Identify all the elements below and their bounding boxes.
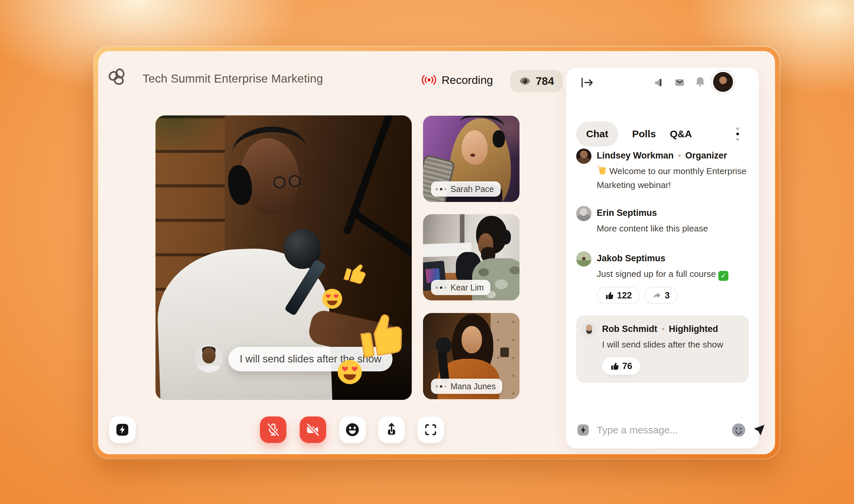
viewer-count: 784	[536, 75, 554, 88]
tile-art	[461, 130, 488, 165]
avatar-photo	[713, 72, 733, 92]
participant-video-kear-lim[interactable]: Kear Lim	[423, 214, 520, 301]
like-count: 122	[617, 290, 632, 301]
quick-actions-button[interactable]	[109, 416, 135, 443]
user-avatar[interactable]	[711, 70, 735, 94]
dot-separator	[678, 155, 680, 157]
participant-name-label: Mana Junes	[431, 379, 502, 394]
viewer-count-badge[interactable]: 784	[510, 70, 563, 92]
tile-art	[461, 326, 482, 354]
chat-message: Rob Schmidt Highlighted I will send slid…	[581, 322, 742, 375]
mic-off-icon	[266, 422, 281, 437]
message-text: Just signed up for a full course✓	[597, 267, 749, 281]
message-author: Rob Schmidt	[602, 324, 657, 334]
tab-qa[interactable]: Q&A	[670, 128, 692, 140]
tile-art	[500, 230, 511, 245]
chat-input-row	[576, 422, 751, 438]
message-input[interactable]	[597, 425, 725, 436]
recording-label: Recording	[441, 74, 493, 87]
avatar	[581, 322, 597, 337]
participant-name-label: Kear Lim	[431, 280, 490, 295]
avatar	[576, 148, 592, 164]
chat-message-list: Lindsey Workman Organizer Welcome to our…	[576, 148, 749, 383]
speaking-dots-icon	[436, 287, 447, 289]
heart-eyes-reaction-emoji	[337, 359, 363, 385]
like-count: 76	[622, 361, 632, 371]
collapse-panel-icon[interactable]	[580, 75, 595, 90]
forward-reaction-pill[interactable]: 3	[644, 287, 678, 304]
share-button[interactable]	[378, 416, 405, 443]
microphone-muted-button[interactable]	[260, 416, 287, 443]
fullscreen-icon	[423, 422, 438, 437]
send-icon[interactable]	[752, 424, 766, 437]
caption-author-avatar	[195, 344, 223, 373]
chat-panel: Chat Polls Q&A Lindsey Workman Organizer	[566, 68, 759, 448]
tab-chat[interactable]: Chat	[576, 121, 618, 147]
message-text: I will send slides after the show	[602, 338, 742, 352]
app-logo-knot-icon	[106, 65, 129, 88]
thumbs-up-icon	[610, 362, 619, 371]
highlighted-message-card: Rob Schmidt Highlighted I will send slid…	[576, 315, 749, 383]
chat-message: Lindsey Workman Organizer Welcome to our…	[576, 148, 749, 192]
participant-name: Sarah Pace	[451, 184, 494, 194]
recording-indicator: Recording	[421, 72, 493, 88]
chat-message: Erin Septimus More content like this ple…	[576, 206, 749, 235]
message-author: Jakob Septimus	[597, 253, 665, 264]
camera-off-icon	[305, 422, 321, 437]
heart-eyes-reaction-emoji	[321, 288, 343, 310]
message-text: Welcome to our monthly Enterprise Market…	[597, 164, 749, 192]
dot-separator	[662, 328, 665, 330]
thumbs-up-icon	[605, 291, 614, 300]
highlighted-badge: Highlighted	[669, 324, 718, 334]
eye-icon	[519, 77, 531, 86]
thumbs-up-reaction-emoji	[340, 258, 369, 287]
glasses	[273, 176, 286, 188]
broadcast-icon	[421, 74, 437, 86]
webinar-window: Tech Summit Enterprise Marketing Recordi…	[94, 47, 779, 458]
participant-name: Kear Lim	[451, 283, 484, 292]
avatar	[576, 206, 592, 221]
camera-off-button[interactable]	[300, 416, 326, 443]
emoji-face-icon	[345, 422, 360, 437]
quick-reply-bolt-icon[interactable]	[576, 423, 590, 437]
participant-video-mana-junes[interactable]: Mana Junes	[423, 313, 520, 399]
chat-tabs: Chat Polls Q&A	[576, 121, 749, 147]
message-author: Erin Septimus	[597, 208, 657, 218]
participant-name: Mana Junes	[451, 382, 496, 391]
reactions-button[interactable]	[339, 416, 366, 443]
mic-arm	[343, 115, 397, 235]
check-emoji-icon: ✓	[719, 271, 728, 281]
app-surface: Tech Summit Enterprise Marketing Recordi…	[98, 51, 775, 454]
participant-video-sarah-pace[interactable]: Sarah Pace	[423, 116, 520, 202]
organizer-badge: Organizer	[685, 150, 727, 161]
thumbs-up-reaction-emoji	[351, 307, 408, 364]
tab-polls[interactable]: Polls	[632, 128, 656, 140]
megaphone-icon[interactable]	[653, 77, 665, 89]
forward-arrow-icon	[652, 291, 661, 300]
like-reaction-pill[interactable]: 76	[602, 357, 640, 375]
message-author: Lindsey Workman	[597, 150, 674, 161]
speaking-dots-icon	[436, 385, 447, 388]
forward-count: 3	[665, 290, 670, 301]
kebab-menu-icon[interactable]	[731, 124, 744, 144]
glasses	[289, 175, 301, 187]
tab-label: Chat	[586, 128, 608, 140]
page-title: Tech Summit Enterprise Marketing	[143, 71, 323, 86]
bell-icon[interactable]	[694, 76, 707, 88]
wave-emoji-icon	[597, 165, 607, 176]
share-tray-icon	[384, 422, 399, 437]
bolt-icon	[115, 422, 130, 437]
avatar-art	[202, 347, 216, 363]
chat-message: Jakob Septimus Just signed up for a full…	[576, 251, 749, 304]
mail-icon[interactable]	[674, 77, 686, 89]
participant-name-label: Sarah Pace	[431, 181, 501, 197]
like-reaction-pill[interactable]: 122	[597, 287, 640, 304]
tile-art	[493, 130, 505, 147]
tile-art	[500, 347, 509, 357]
emoji-picker-icon[interactable]	[731, 423, 746, 437]
speaking-dots-icon	[436, 188, 447, 190]
main-speaker-video[interactable]: I will send slides after the show	[156, 115, 412, 400]
message-text: More content like this please	[597, 221, 749, 235]
avatar	[576, 251, 592, 267]
fullscreen-button[interactable]	[417, 416, 444, 443]
